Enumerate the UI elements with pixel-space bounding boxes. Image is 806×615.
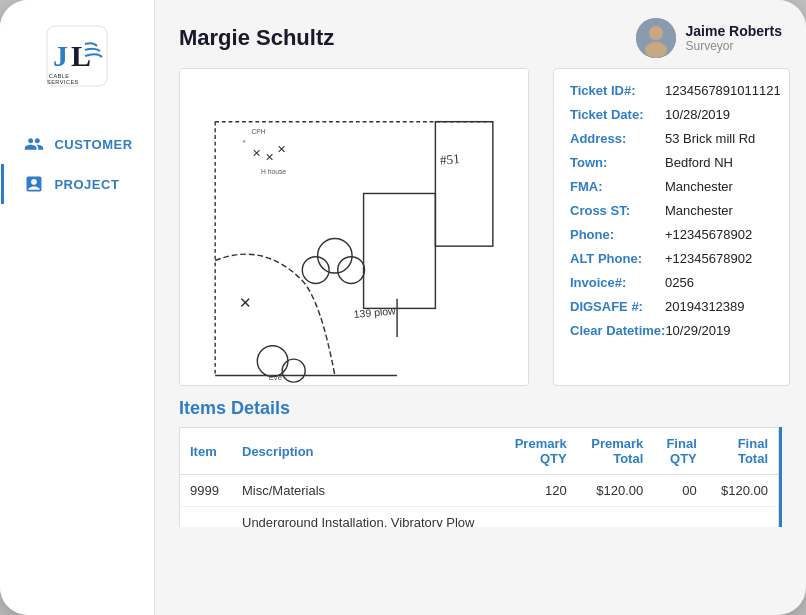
- col-premark-qty: PremarkQTY: [500, 428, 577, 475]
- sidebar-nav: CUSTOMER PROJECT: [1, 124, 152, 204]
- main-content: Margie Schultz Jaime Roberts Surveyor: [155, 0, 806, 615]
- clear-datetime-value: 10/29/2019: [665, 323, 730, 338]
- svg-text:J: J: [53, 39, 68, 72]
- svg-text:*: *: [242, 138, 247, 147]
- svg-point-21: [257, 346, 288, 377]
- detail-fma: FMA: Manchester: [570, 179, 773, 194]
- items-table: Item Description PremarkQTY PremarkTotal…: [179, 427, 779, 527]
- top-content-area: #51 ✕ ✕ ✕ * ✕: [155, 68, 806, 398]
- digsafe-label: DIGSAFE #:: [570, 299, 665, 314]
- detail-cross-st: Cross ST: Manchester: [570, 203, 773, 218]
- svg-text:SERVICES: SERVICES: [47, 79, 79, 85]
- detail-clear-datetime: Clear Datetime: 10/29/2019: [570, 323, 773, 338]
- table-row: 9999 Misc/Materials 120 $120.00 00 $120.…: [180, 475, 779, 507]
- invoice-value: 0256: [665, 275, 694, 290]
- cross-st-value: Manchester: [665, 203, 733, 218]
- cell-premark-total-1: [577, 507, 654, 528]
- fma-label: FMA:: [570, 179, 665, 194]
- town-value: Bedford NH: [665, 155, 733, 170]
- svg-text:Eve: Eve: [269, 373, 282, 382]
- user-role: Surveyor: [686, 39, 782, 53]
- svg-point-6: [649, 26, 663, 40]
- detail-ticket-date: Ticket Date: 10/28/2019: [570, 107, 773, 122]
- address-value: 53 Brick mill Rd: [665, 131, 755, 146]
- town-label: Town:: [570, 155, 665, 170]
- col-description: Description: [232, 428, 500, 475]
- svg-point-18: [318, 238, 352, 272]
- cell-premark-qty-1: [500, 507, 577, 528]
- phone-value: +12345678902: [665, 227, 752, 242]
- svg-text:✕: ✕: [277, 143, 286, 155]
- user-info: Jaime Roberts Surveyor: [636, 18, 782, 58]
- ticket-id-value: 1234567891011121: [665, 83, 781, 98]
- user-name: Jaime Roberts: [686, 23, 782, 39]
- svg-text:✕: ✕: [265, 151, 274, 163]
- ticket-date-value: 10/28/2019: [665, 107, 730, 122]
- cell-premark-total-0: $120.00: [577, 475, 654, 507]
- cell-desc-0: Misc/Materials: [232, 475, 500, 507]
- svg-text:139 plow: 139 plow: [353, 304, 396, 320]
- cell-final-total-1: [707, 507, 779, 528]
- col-final-total: FinalTotal: [707, 428, 779, 475]
- col-item: Item: [180, 428, 233, 475]
- clear-datetime-label: Clear Datetime:: [570, 323, 665, 338]
- svg-text:213lm: 213lm: [407, 384, 433, 385]
- cell-item-0: 9999: [180, 475, 233, 507]
- address-label: Address:: [570, 131, 665, 146]
- table-row: Underground Installation, Vibratory Plow: [180, 507, 779, 528]
- cell-premark-qty-0: 120: [500, 475, 577, 507]
- people-icon: [24, 134, 44, 154]
- items-title: Items Details: [179, 398, 782, 419]
- detail-phone: Phone: +12345678902: [570, 227, 773, 242]
- cell-final-qty-1: [653, 507, 706, 528]
- alt-phone-label: ALT Phone:: [570, 251, 665, 266]
- invoice-label: Invoice#:: [570, 275, 665, 290]
- svg-text:#51: #51: [439, 151, 460, 168]
- digsafe-value: 20194312389: [665, 299, 745, 314]
- cell-item-1: [180, 507, 233, 528]
- cell-final-total-0: $120.00: [707, 475, 779, 507]
- cell-desc-1: Underground Installation, Vibratory Plow: [232, 507, 500, 528]
- items-table-scroll[interactable]: Item Description PremarkQTY PremarkTotal…: [179, 427, 782, 527]
- svg-point-7: [645, 42, 667, 58]
- user-text-block: Jaime Roberts Surveyor: [686, 23, 782, 53]
- site-sketch: #51 ✕ ✕ ✕ * ✕: [180, 69, 528, 385]
- page-title: Margie Schultz: [179, 25, 334, 51]
- ticket-date-label: Ticket Date:: [570, 107, 665, 122]
- table-header-row: Item Description PremarkQTY PremarkTotal…: [180, 428, 779, 475]
- avatar: [636, 18, 676, 58]
- project-icon: [24, 174, 44, 194]
- sketch-area: #51 ✕ ✕ ✕ * ✕: [179, 68, 529, 386]
- logo-icon: J L CABLE SERVICES: [45, 24, 109, 88]
- phone-label: Phone:: [570, 227, 665, 242]
- details-panel: Ticket ID#: 1234567891011121 Ticket Date…: [553, 68, 790, 386]
- cross-st-label: Cross ST:: [570, 203, 665, 218]
- detail-alt-phone: ALT Phone: +12345678902: [570, 251, 773, 266]
- cell-final-qty-0: 00: [653, 475, 706, 507]
- avatar-svg: [636, 18, 676, 58]
- svg-text:CPH: CPH: [252, 128, 266, 135]
- alt-phone-value: +12345678902: [665, 251, 752, 266]
- items-section: Items Details Item Description PremarkQT…: [155, 398, 806, 527]
- detail-town: Town: Bedford NH: [570, 155, 773, 170]
- detail-invoice: Invoice#: 0256: [570, 275, 773, 290]
- project-nav-label: PROJECT: [54, 177, 119, 192]
- detail-digsafe: DIGSAFE #: 20194312389: [570, 299, 773, 314]
- svg-text:✕: ✕: [252, 147, 261, 159]
- logo-area: J L CABLE SERVICES: [45, 24, 109, 88]
- svg-rect-12: [364, 193, 436, 308]
- ticket-id-label: Ticket ID#:: [570, 83, 665, 98]
- svg-text:✕: ✕: [239, 294, 252, 311]
- col-final-qty: FinalQTY: [653, 428, 706, 475]
- customer-nav-label: CUSTOMER: [54, 137, 132, 152]
- fma-value: Manchester: [665, 179, 733, 194]
- svg-text:H house: H house: [261, 168, 286, 175]
- sidebar-item-project[interactable]: PROJECT: [1, 164, 152, 204]
- sidebar-item-customer[interactable]: CUSTOMER: [1, 124, 152, 164]
- svg-rect-9: [435, 122, 492, 246]
- col-premark-total: PremarkTotal: [577, 428, 654, 475]
- header: Margie Schultz Jaime Roberts Surveyor: [155, 0, 806, 68]
- sidebar: J L CABLE SERVICES CUSTOMER: [0, 0, 155, 615]
- svg-point-22: [282, 359, 305, 382]
- detail-address: Address: 53 Brick mill Rd: [570, 131, 773, 146]
